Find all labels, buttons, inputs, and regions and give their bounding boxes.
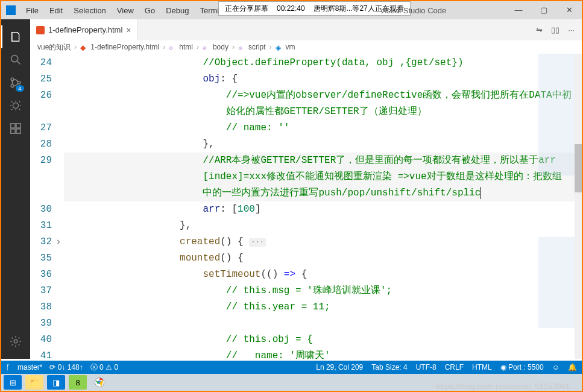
svg-rect-7 [16,129,20,133]
breadcrumb-item[interactable]: vue的知识 [37,42,71,52]
more-actions-icon[interactable]: ··· [568,25,575,34]
code-content[interactable]: //Object.defineProperty(data, obj ,{get/… [64,54,582,359]
window-close-icon[interactable]: ✕ [556,1,582,19]
tab-label: 1-defineProperty.html [48,25,122,34]
menu-selection[interactable]: Selection [68,2,111,19]
status-problems[interactable]: ⓧ 0 ⚠ 0 [90,362,118,373]
windows-taskbar: ⊞ 📁 ◨ 8 https://blog.csdn.net/weixin_511… [1,374,582,391]
window-title: - Visual Studio Code [375,6,446,15]
feedback-icon[interactable]: ☺ [552,363,559,371]
breadcrumb-item[interactable]: body [213,43,228,51]
share-time: 00:22:40 [277,4,305,13]
window-maximize-icon[interactable]: ▢ [531,1,556,19]
breadcrumb-item[interactable]: script [248,43,266,51]
git-branch-icon[interactable]: ᚶ [6,363,10,371]
menu-view[interactable]: View [112,2,139,19]
activity-debug-icon[interactable] [1,94,30,117]
tab-define-property[interactable]: 1-defineProperty.html × [30,19,138,40]
svg-rect-8 [16,124,20,128]
breadcrumb-item[interactable]: 1-defineProperty.html [90,43,159,51]
activity-scm-icon[interactable]: 4 [1,71,30,94]
warning-icon: ⚠ [106,363,112,371]
svg-point-9 [14,340,17,343]
broadcast-icon: ◉ [500,363,506,371]
html-file-icon: ◆ [80,43,87,51]
menu-edit[interactable]: Edit [44,2,68,19]
status-bar: ᚶ master* ⟳ 0↓ 148↑ ⓧ 0 ⚠ 0 Ln 29, Col 2… [1,361,582,374]
chevron-right-icon: › [197,43,199,51]
compare-changes-icon[interactable]: ⇋ [536,25,543,34]
scrollbar-thumb[interactable] [575,144,582,192]
activity-explorer-icon[interactable] [1,25,30,48]
status-sync[interactable]: ⟳ 0↓ 148↑ [49,363,83,371]
status-encoding[interactable]: UTF-8 [416,363,436,371]
chevron-right-icon: › [163,43,165,51]
vertical-scrollbar[interactable] [575,54,582,359]
bracket-icon: ⟐ [238,43,245,51]
breadcrumb-item[interactable]: html [179,43,193,51]
file-explorer-icon[interactable]: 📁 [25,375,43,390]
window-minimize-icon[interactable]: — [506,1,531,19]
tab-close-icon[interactable]: × [126,25,131,35]
activity-search-icon[interactable] [1,48,30,71]
menu-debug[interactable]: Debug [160,2,194,19]
error-icon: ⓧ [90,363,98,371]
status-cursor[interactable]: Ln 29, Col 209 [316,363,363,371]
status-branch[interactable]: master* [17,363,42,371]
status-eol[interactable]: CRLF [445,363,464,371]
breadcrumb-item[interactable]: vm [286,43,295,51]
svg-point-1 [11,78,14,81]
window-controls: — ▢ ✕ [506,1,582,19]
status-port[interactable]: ◉ Port : 5500 [500,363,544,371]
chevron-right-icon: › [74,43,77,51]
bracket-icon: ⟐ [203,43,210,51]
svg-point-2 [11,84,14,87]
svg-point-4 [13,103,18,108]
menu-file[interactable]: File [20,2,44,19]
chevron-right-icon: › [232,43,235,51]
svg-point-0 [11,55,18,62]
activity-extensions-icon[interactable] [1,117,30,140]
svg-rect-5 [11,124,15,128]
status-tab-size[interactable]: Tab Size: 4 [371,363,407,371]
title-bar: File Edit Selection View Go Debug Termin… [1,1,582,19]
vscode-app-icon [6,5,16,15]
activity-bar: 4 [1,19,30,359]
bracket-icon: ⟐ [169,43,176,51]
svg-rect-6 [11,129,15,133]
html-file-icon [36,26,45,34]
variable-icon: ◈ [276,43,283,51]
sync-icon: ⟳ [49,363,55,371]
code-editor[interactable]: 24252627282930313235363738394041 //Objec… [30,54,582,359]
chrome-taskbar-icon[interactable] [90,375,109,390]
menu-go[interactable]: Go [139,2,160,19]
chevron-right-icon: › [269,43,272,51]
app-taskbar-icon[interactable]: 8 [69,375,87,390]
bell-icon[interactable]: 🔔 [568,363,577,371]
line-number-gutter: 24252627282930313235363738394041 [30,54,64,359]
tabs-bar: 1-defineProperty.html × ⇋ ▯▯ ··· [30,19,582,40]
scm-badge: 4 [16,85,24,92]
vscode-taskbar-icon[interactable]: ◨ [47,375,65,390]
watermark-text: https://blog.csdn.net/weixin_51157081 [436,382,570,391]
activity-settings-icon[interactable] [1,330,30,353]
share-label: 正在分享屏幕 [225,4,268,14]
split-editor-icon[interactable]: ▯▯ [551,25,559,34]
status-language[interactable]: HTML [472,363,492,371]
breadcrumb[interactable]: vue的知识 › ◆ 1-defineProperty.html › ⟐ htm… [30,40,582,54]
minimap[interactable] [538,54,575,359]
windows-start-icon[interactable]: ⊞ [4,375,22,390]
